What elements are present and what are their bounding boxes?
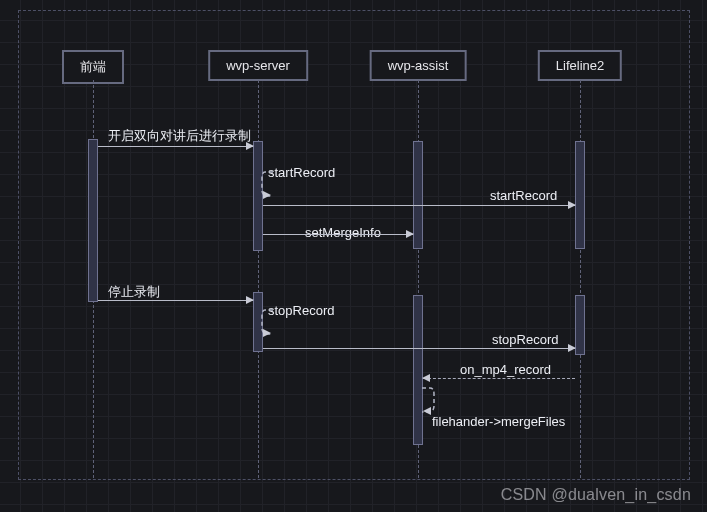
participant-lifeline2: Lifeline2 bbox=[538, 50, 622, 81]
activation-bar bbox=[413, 141, 423, 249]
svg-marker-0 bbox=[263, 191, 271, 199]
lifeline-lifeline2 bbox=[580, 80, 581, 478]
msg-arrow bbox=[423, 378, 575, 379]
msg-label: setMergeInfo bbox=[305, 225, 381, 240]
msg-label: startRecord bbox=[490, 188, 557, 203]
watermark: CSDN @dualven_in_csdn bbox=[501, 486, 691, 504]
msg-arrow bbox=[98, 146, 253, 147]
msg-label: 开启双向对讲后进行录制 bbox=[108, 127, 251, 145]
msg-arrow bbox=[263, 348, 575, 349]
msg-label: on_mp4_record bbox=[460, 362, 551, 377]
msg-arrow bbox=[263, 205, 575, 206]
activation-bar bbox=[413, 295, 423, 445]
svg-marker-1 bbox=[263, 329, 271, 337]
activation-bar bbox=[575, 141, 585, 249]
msg-arrow bbox=[263, 234, 413, 235]
msg-label: stopRecord bbox=[492, 332, 558, 347]
svg-marker-2 bbox=[423, 407, 431, 415]
activation-bar bbox=[88, 139, 98, 302]
activation-bar bbox=[575, 295, 585, 355]
participant-wvpassist: wvp-assist bbox=[370, 50, 467, 81]
participant-frontend: 前端 bbox=[62, 50, 124, 84]
msg-arrow bbox=[98, 300, 253, 301]
msg-label: 停止录制 bbox=[108, 283, 160, 301]
lifeline-wvpserver bbox=[258, 80, 259, 478]
participant-wvpserver: wvp-server bbox=[208, 50, 308, 81]
msg-label: filehander->mergeFiles bbox=[432, 414, 565, 429]
